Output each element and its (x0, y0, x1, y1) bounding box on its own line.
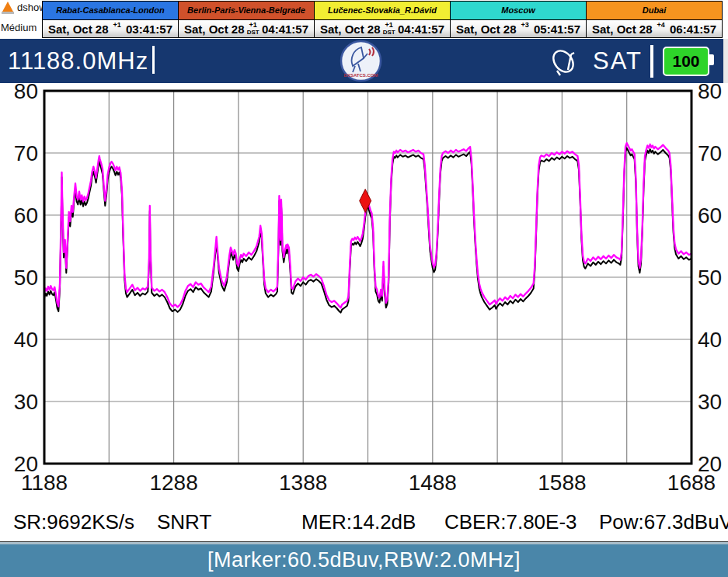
clock-time: 04:41:57 (398, 23, 444, 36)
vlc-cone-icon (2, 2, 13, 12)
x-axis-tick: 1188 (21, 471, 68, 495)
frequency-readout[interactable]: 11188.0MHz (8, 47, 148, 75)
mer-value: MER:14.2dB (301, 510, 416, 534)
marker-readout: [Marker:60.5dBuv,RBW:2.0MHz] (207, 548, 521, 572)
clock-city-label: Berlin-Paris-Vienna-Belgrade (179, 2, 314, 20)
clock-time: 03:41:57 (126, 23, 172, 36)
clock-city-label: Lučenec-Slovakia_R.Dávid (315, 2, 450, 20)
measurement-status-row: SR:9692KS/s SNRT MER:14.2dB CBER:7.80E-3… (0, 502, 728, 541)
clock-block: Berlin-Paris-Vienna-BelgradeSat, Oct 28+… (178, 1, 315, 38)
vlc-title-text: dshow (17, 2, 42, 13)
clock-date: Sat, Oct 28 (48, 23, 109, 36)
divider (650, 45, 653, 78)
clock-date: Sat, Oct 28 (320, 23, 381, 36)
x-axis-tick: 1388 (279, 471, 327, 495)
spectrum-plot: 8080707060605050404030302020118812881388… (0, 83, 728, 502)
clock-time: 04:41:57 (262, 23, 308, 36)
marker-info-bar: [Marker:60.5dBuv,RBW:2.0MHz] (0, 541, 728, 577)
sat-status-cluster: SAT 100 (549, 39, 719, 83)
clock-block: MoscowSat, Oct 28+305:41:57 (450, 1, 587, 38)
vlc-menu-item[interactable]: Médium (1, 22, 37, 33)
clock-date: Sat, Oct 28 (456, 23, 517, 36)
y-axis-tick-left: 60 (14, 203, 38, 228)
y-axis-tick-left: 50 (14, 266, 38, 290)
clock-block: Lučenec-Slovakia_R.DávidSat, Oct 28+1DST… (314, 1, 451, 38)
satellite-dish-icon (549, 44, 583, 78)
utc-offset: +1 (109, 21, 126, 37)
clock-city-label: Rabat-Casablanca-London (43, 2, 178, 20)
screen-edge (723, 39, 728, 83)
network-name: SNRT (157, 510, 211, 534)
battery-level: 100 (672, 52, 699, 70)
clock-date: Sat, Oct 28 (184, 23, 245, 36)
utc-offset: +1DST (245, 21, 262, 37)
utc-offset: +3 (517, 21, 534, 37)
y-axis-tick-left: 80 (14, 83, 38, 103)
x-axis-tick: 1588 (538, 471, 586, 495)
y-axis-tick-left: 30 (14, 390, 38, 414)
utc-offset: +4 (653, 21, 670, 37)
y-axis-tick-right: 50 (698, 266, 722, 290)
battery-indicator: 100 (663, 47, 709, 76)
clock-time: 06:41:57 (670, 23, 716, 36)
clock-time-row: Sat, Oct 28+406:41:57 (587, 20, 722, 37)
clock-time: 05:41:57 (534, 23, 580, 36)
utc-offset: +1DST (381, 21, 398, 37)
x-axis-tick: 1488 (409, 471, 457, 495)
x-axis-tick: 1688 (667, 471, 716, 495)
clock-time-row: Sat, Oct 28+305:41:57 (451, 20, 586, 37)
vlc-window-fragment: dshow Médium (0, 0, 42, 36)
clock-block: Rabat-Casablanca-LondonSat, Oct 28+103:4… (42, 1, 179, 38)
clock-block: DubaiSat, Oct 28+406:41:57 (586, 1, 723, 38)
clock-strip: Rabat-Casablanca-LondonSat, Oct 28+103:4… (43, 1, 723, 38)
y-axis-tick-right: 40 (698, 328, 722, 352)
dxsatcs-logo-icon: DXSATCS.COM (340, 40, 382, 82)
clock-city-label: Dubai (587, 2, 722, 20)
clock-date: Sat, Oct 28 (592, 23, 653, 36)
power-value: Pow:67.3dBuV (599, 510, 728, 534)
y-axis-tick-right: 70 (698, 141, 722, 165)
spectrum-chart: 8080707060605050404030302020118812881388… (0, 83, 728, 502)
sat-mode-label: SAT (593, 47, 643, 75)
clock-city-label: Moscow (451, 2, 586, 20)
cber-value: CBER:7.80E-3 (444, 510, 577, 534)
symbol-rate-value: SR:9692KS/s (13, 510, 134, 534)
frequency-header-bar: 11188.0MHz DXSATCS.COM SAT 100 (0, 39, 723, 85)
clock-time-row: Sat, Oct 28+1DST04:41:57 (179, 20, 314, 37)
x-axis-tick: 1288 (149, 471, 197, 495)
world-clock-bar: dshow Médium Rabat-Casablanca-LondonSat,… (0, 0, 728, 39)
clock-time-row: Sat, Oct 28+103:41:57 (43, 20, 178, 37)
clock-time-row: Sat, Oct 28+1DST04:41:57 (315, 20, 450, 37)
text-cursor (152, 46, 155, 74)
y-axis-tick-left: 40 (14, 328, 38, 352)
y-axis-tick-right: 80 (698, 83, 722, 103)
y-axis-tick-right: 30 (698, 390, 722, 414)
y-axis-tick-right: 60 (698, 203, 722, 228)
logo-text: DXSATCS.COM (344, 73, 378, 78)
y-axis-tick-left: 70 (14, 141, 38, 165)
